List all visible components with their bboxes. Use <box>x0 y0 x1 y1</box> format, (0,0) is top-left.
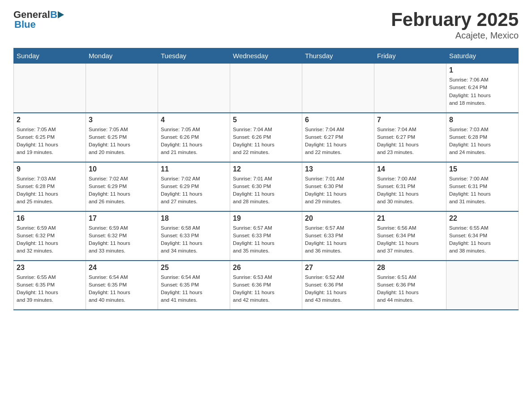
day-info: Sunrise: 7:01 AM Sunset: 6:30 PM Dayligh… <box>233 175 299 206</box>
day-number: 21 <box>377 214 443 223</box>
logo-arrow-icon <box>58 11 64 18</box>
calendar-week-row: 2Sunrise: 7:05 AM Sunset: 6:25 PM Daylig… <box>14 113 519 162</box>
logo-b-text: B <box>50 9 57 21</box>
day-number: 24 <box>89 264 155 272</box>
calendar-cell: 21Sunrise: 6:56 AM Sunset: 6:34 PM Dayli… <box>374 211 446 261</box>
day-info: Sunrise: 7:02 AM Sunset: 6:29 PM Dayligh… <box>89 175 155 206</box>
calendar-week-row: 1Sunrise: 7:06 AM Sunset: 6:24 PM Daylig… <box>14 64 519 113</box>
calendar-cell: 5Sunrise: 7:04 AM Sunset: 6:26 PM Daylig… <box>230 113 302 162</box>
day-number: 19 <box>233 214 299 223</box>
day-info: Sunrise: 7:04 AM Sunset: 6:26 PM Dayligh… <box>233 126 299 157</box>
day-number: 26 <box>233 264 299 272</box>
day-info: Sunrise: 7:05 AM Sunset: 6:25 PM Dayligh… <box>89 126 155 157</box>
day-number: 18 <box>161 214 227 223</box>
calendar-cell: 28Sunrise: 6:51 AM Sunset: 6:36 PM Dayli… <box>374 261 446 310</box>
calendar-cell: 6Sunrise: 7:04 AM Sunset: 6:27 PM Daylig… <box>302 113 374 162</box>
calendar-cell: 12Sunrise: 7:01 AM Sunset: 6:30 PM Dayli… <box>230 162 302 211</box>
day-info: Sunrise: 6:51 AM Sunset: 6:36 PM Dayligh… <box>377 274 443 304</box>
day-number: 6 <box>305 116 371 124</box>
weekday-header-monday: Monday <box>86 48 158 64</box>
day-info: Sunrise: 7:03 AM Sunset: 6:28 PM Dayligh… <box>17 175 83 206</box>
weekday-header-sunday: Sunday <box>14 48 86 64</box>
day-info: Sunrise: 7:03 AM Sunset: 6:28 PM Dayligh… <box>449 126 515 157</box>
day-number: 23 <box>17 264 83 272</box>
calendar-cell: 15Sunrise: 7:00 AM Sunset: 6:31 PM Dayli… <box>446 162 519 211</box>
calendar-cell <box>14 64 86 113</box>
day-info: Sunrise: 7:04 AM Sunset: 6:27 PM Dayligh… <box>305 126 371 157</box>
calendar-cell: 1Sunrise: 7:06 AM Sunset: 6:24 PM Daylig… <box>446 64 519 113</box>
location-title: Acajete, Mexico <box>391 30 519 41</box>
day-number: 12 <box>233 165 299 173</box>
title-area: February 2025 Acajete, Mexico <box>391 9 519 41</box>
day-info: Sunrise: 7:06 AM Sunset: 6:24 PM Dayligh… <box>449 76 515 107</box>
day-number: 4 <box>161 116 227 124</box>
calendar-cell <box>302 64 374 113</box>
calendar-cell: 8Sunrise: 7:03 AM Sunset: 6:28 PM Daylig… <box>446 113 519 162</box>
weekday-header-thursday: Thursday <box>302 48 374 64</box>
day-info: Sunrise: 6:59 AM Sunset: 6:32 PM Dayligh… <box>17 224 83 255</box>
day-info: Sunrise: 6:59 AM Sunset: 6:32 PM Dayligh… <box>89 224 155 255</box>
weekday-header-wednesday: Wednesday <box>230 48 302 64</box>
calendar-cell: 13Sunrise: 7:01 AM Sunset: 6:30 PM Dayli… <box>302 162 374 211</box>
day-info: Sunrise: 6:57 AM Sunset: 6:33 PM Dayligh… <box>305 224 371 255</box>
calendar-cell: 14Sunrise: 7:00 AM Sunset: 6:31 PM Dayli… <box>374 162 446 211</box>
month-year-title: February 2025 <box>391 9 519 30</box>
weekday-header-friday: Friday <box>374 48 446 64</box>
day-number: 1 <box>449 66 515 74</box>
day-number: 17 <box>89 214 155 223</box>
calendar-table: SundayMondayTuesdayWednesdayThursdayFrid… <box>13 48 519 310</box>
weekday-header-saturday: Saturday <box>446 48 519 64</box>
day-info: Sunrise: 7:00 AM Sunset: 6:31 PM Dayligh… <box>449 175 515 206</box>
logo-blue-text: Blue <box>13 19 36 30</box>
calendar-cell: 17Sunrise: 6:59 AM Sunset: 6:32 PM Dayli… <box>86 211 158 261</box>
day-number: 15 <box>449 165 515 173</box>
day-info: Sunrise: 6:53 AM Sunset: 6:36 PM Dayligh… <box>233 274 299 304</box>
calendar-cell: 19Sunrise: 6:57 AM Sunset: 6:33 PM Dayli… <box>230 211 302 261</box>
day-number: 27 <box>305 264 371 272</box>
calendar-cell: 2Sunrise: 7:05 AM Sunset: 6:25 PM Daylig… <box>14 113 86 162</box>
day-info: Sunrise: 7:05 AM Sunset: 6:26 PM Dayligh… <box>161 126 227 157</box>
calendar-cell: 27Sunrise: 6:52 AM Sunset: 6:36 PM Dayli… <box>302 261 374 310</box>
calendar-cell: 7Sunrise: 7:04 AM Sunset: 6:27 PM Daylig… <box>374 113 446 162</box>
logo: General B Blue <box>13 9 64 30</box>
day-info: Sunrise: 6:52 AM Sunset: 6:36 PM Dayligh… <box>305 274 371 304</box>
calendar-cell: 24Sunrise: 6:54 AM Sunset: 6:35 PM Dayli… <box>86 261 158 310</box>
page-header: General B Blue February 2025 Acajete, Me… <box>13 9 519 41</box>
day-info: Sunrise: 6:54 AM Sunset: 6:35 PM Dayligh… <box>161 274 227 304</box>
day-number: 16 <box>17 214 83 223</box>
calendar-cell: 16Sunrise: 6:59 AM Sunset: 6:32 PM Dayli… <box>14 211 86 261</box>
day-info: Sunrise: 7:01 AM Sunset: 6:30 PM Dayligh… <box>305 175 371 206</box>
day-info: Sunrise: 7:00 AM Sunset: 6:31 PM Dayligh… <box>377 175 443 206</box>
calendar-cell <box>86 64 158 113</box>
calendar-cell: 9Sunrise: 7:03 AM Sunset: 6:28 PM Daylig… <box>14 162 86 211</box>
calendar-cell: 22Sunrise: 6:55 AM Sunset: 6:34 PM Dayli… <box>446 211 519 261</box>
day-info: Sunrise: 6:57 AM Sunset: 6:33 PM Dayligh… <box>233 224 299 255</box>
day-number: 28 <box>377 264 443 272</box>
day-number: 2 <box>17 116 83 124</box>
calendar-cell <box>374 64 446 113</box>
day-info: Sunrise: 6:55 AM Sunset: 6:34 PM Dayligh… <box>449 224 515 255</box>
day-number: 22 <box>449 214 515 223</box>
calendar-cell: 3Sunrise: 7:05 AM Sunset: 6:25 PM Daylig… <box>86 113 158 162</box>
calendar-cell <box>446 261 519 310</box>
calendar-week-row: 23Sunrise: 6:55 AM Sunset: 6:35 PM Dayli… <box>14 261 519 310</box>
calendar-cell: 26Sunrise: 6:53 AM Sunset: 6:36 PM Dayli… <box>230 261 302 310</box>
day-info: Sunrise: 6:54 AM Sunset: 6:35 PM Dayligh… <box>89 274 155 304</box>
calendar-cell: 23Sunrise: 6:55 AM Sunset: 6:35 PM Dayli… <box>14 261 86 310</box>
calendar-cell: 11Sunrise: 7:02 AM Sunset: 6:29 PM Dayli… <box>158 162 230 211</box>
calendar-cell: 25Sunrise: 6:54 AM Sunset: 6:35 PM Dayli… <box>158 261 230 310</box>
day-number: 13 <box>305 165 371 173</box>
calendar-cell <box>158 64 230 113</box>
weekday-header-row: SundayMondayTuesdayWednesdayThursdayFrid… <box>14 48 519 64</box>
day-number: 5 <box>233 116 299 124</box>
day-number: 20 <box>305 214 371 223</box>
day-number: 3 <box>89 116 155 124</box>
day-number: 11 <box>161 165 227 173</box>
day-info: Sunrise: 7:04 AM Sunset: 6:27 PM Dayligh… <box>377 126 443 157</box>
calendar-cell: 20Sunrise: 6:57 AM Sunset: 6:33 PM Dayli… <box>302 211 374 261</box>
day-info: Sunrise: 7:05 AM Sunset: 6:25 PM Dayligh… <box>17 126 83 157</box>
day-number: 25 <box>161 264 227 272</box>
day-number: 8 <box>449 116 515 124</box>
day-info: Sunrise: 6:55 AM Sunset: 6:35 PM Dayligh… <box>17 274 83 304</box>
day-number: 7 <box>377 116 443 124</box>
